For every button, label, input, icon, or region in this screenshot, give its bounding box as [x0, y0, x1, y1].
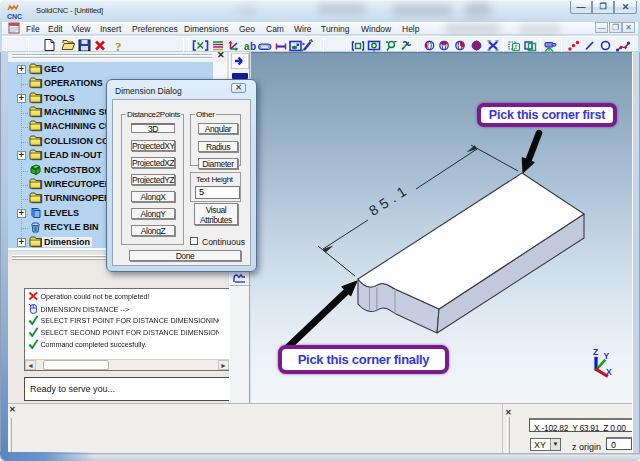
svg-text:X: X [606, 367, 612, 377]
svg-text:?: ? [115, 39, 122, 53]
svg-text:CNC: CNC [7, 13, 22, 20]
svg-text:85.1: 85.1 [366, 181, 413, 219]
svg-text:Z: Z [593, 347, 598, 357]
svg-text:b: b [250, 41, 256, 52]
svg-text:Y: Y [604, 351, 610, 361]
